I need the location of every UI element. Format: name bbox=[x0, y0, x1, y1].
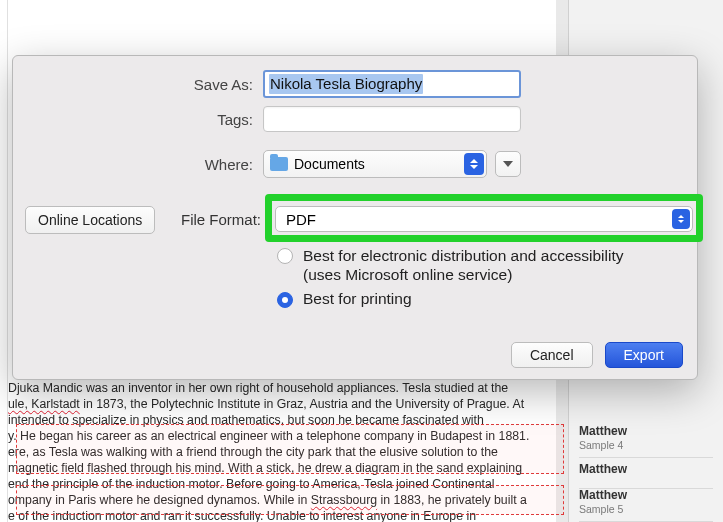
save-as-row: Save As: Nikola Tesla Biography bbox=[13, 70, 697, 98]
dialog-footer: Cancel Export bbox=[13, 331, 697, 379]
comment-author: Matthew bbox=[579, 424, 713, 438]
export-dialog: Save As: Nikola Tesla Biography Tags: Wh… bbox=[12, 55, 698, 380]
chevron-down-icon bbox=[503, 161, 513, 167]
radio-unchecked-icon bbox=[277, 248, 293, 264]
tags-label: Tags: bbox=[13, 111, 253, 128]
comment-entry[interactable]: Matthew Sample 5 bbox=[579, 484, 713, 522]
option-printing-label: Best for printing bbox=[303, 290, 412, 308]
export-label: Export bbox=[624, 347, 664, 363]
tracked-change-marker bbox=[16, 424, 564, 474]
tags-input[interactable] bbox=[263, 106, 521, 132]
spell-error: ule, Karlstadt bbox=[8, 397, 80, 411]
radio-checked-icon bbox=[277, 292, 293, 308]
where-value: Documents bbox=[294, 156, 365, 172]
where-label: Where: bbox=[13, 156, 253, 173]
updown-arrows-icon bbox=[464, 153, 484, 175]
where-dropdown[interactable]: Documents bbox=[263, 150, 487, 178]
online-locations-button[interactable]: Online Locations bbox=[25, 206, 155, 234]
comment-subject: Sample 4 bbox=[579, 439, 713, 451]
dialog-body: Save As: Nikola Tesla Biography Tags: Wh… bbox=[13, 56, 697, 331]
doc-line: ule, Karlstadt in 1873, the Polytechnic … bbox=[8, 396, 536, 412]
online-locations-label: Online Locations bbox=[38, 212, 142, 228]
cancel-label: Cancel bbox=[530, 347, 574, 363]
option-electronic-label: Best for electronic distribution and acc… bbox=[303, 246, 657, 284]
tracked-change-marker bbox=[16, 485, 564, 515]
app-background: Djuka Mandic was an inventor in her own … bbox=[0, 0, 723, 522]
tags-row: Tags: bbox=[13, 106, 697, 132]
save-as-label: Save As: bbox=[13, 76, 253, 93]
filename-selected-text: Nikola Tesla Biography bbox=[269, 74, 423, 94]
export-button[interactable]: Export bbox=[605, 342, 683, 368]
pdf-option-electronic[interactable]: Best for electronic distribution and acc… bbox=[277, 246, 657, 284]
doc-gutter bbox=[0, 0, 8, 522]
file-format-label: File Format: bbox=[181, 211, 261, 228]
file-format-dropdown[interactable]: PDF bbox=[275, 206, 693, 232]
file-format-value: PDF bbox=[286, 211, 316, 228]
updown-arrows-icon bbox=[672, 209, 690, 229]
folder-icon bbox=[270, 157, 288, 171]
save-as-input[interactable]: Nikola Tesla Biography bbox=[263, 70, 521, 98]
where-row: Where: Documents bbox=[13, 150, 697, 178]
pdf-option-printing[interactable]: Best for printing bbox=[277, 290, 412, 308]
cancel-button[interactable]: Cancel bbox=[511, 342, 593, 368]
comment-subject: Sample 5 bbox=[579, 503, 713, 515]
expand-folder-button[interactable] bbox=[495, 151, 521, 177]
comment-author: Matthew bbox=[579, 456, 713, 482]
comment-author: Matthew bbox=[579, 488, 713, 502]
doc-line: Djuka Mandic was an inventor in her own … bbox=[8, 380, 536, 396]
